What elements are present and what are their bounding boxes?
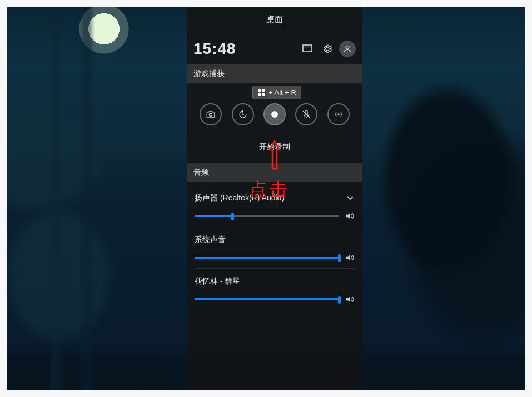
capture-header: 游戏捕获 <box>187 64 362 83</box>
tooltip-text: + Alt + R <box>269 88 296 97</box>
svg-point-2 <box>346 46 349 49</box>
mic-toggle-button[interactable] <box>295 103 317 125</box>
channel-volume-slider[interactable] <box>195 253 339 262</box>
device-volume-slider[interactable] <box>195 212 339 220</box>
audio-device-label: 扬声器 (Realtek(R) Audio) <box>195 193 346 203</box>
account-button[interactable] <box>339 41 356 57</box>
panel-title: 桌面 <box>193 7 356 32</box>
widgets-button[interactable] <box>299 41 316 57</box>
volume-icon <box>345 211 355 221</box>
svg-point-7 <box>337 113 339 115</box>
camera-icon <box>206 110 216 119</box>
user-icon <box>342 44 352 54</box>
volume-icon <box>345 253 355 263</box>
rewind-icon <box>238 109 248 119</box>
audio-header: 音频 <box>187 163 362 182</box>
record-last-button[interactable] <box>232 103 254 125</box>
broadcast-icon <box>334 109 344 119</box>
record-button[interactable] <box>263 103 286 125</box>
channel-volume-slider[interactable] <box>195 295 339 304</box>
audio-channel-group: 系统声音 <box>195 227 355 269</box>
channel-label: 褪忆林 - 群星 <box>195 277 355 287</box>
svg-rect-0 <box>303 45 312 52</box>
channel-label: 系统声音 <box>195 235 355 245</box>
time-row: 15:48 <box>187 32 362 64</box>
capture-body: + Alt + R <box>187 83 362 163</box>
svg-point-3 <box>210 113 212 116</box>
audio-body: 扬声器 (Realtek(R) Audio) <box>187 182 362 315</box>
mic-off-icon <box>301 109 311 119</box>
gamebar-panel: 桌面 15:48 游戏捕获 + Alt + R <box>187 7 362 390</box>
gear-icon <box>322 44 332 54</box>
audio-device-group: 扬声器 (Realtek(R) Audio) <box>195 185 355 227</box>
screenshot-button[interactable] <box>200 103 222 125</box>
clock: 15:48 <box>193 40 296 58</box>
audio-channel-group: 褪忆林 - 群星 <box>195 269 355 310</box>
svg-point-4 <box>242 114 243 115</box>
chevron-down-icon <box>346 194 355 203</box>
record-action-label: 开始录制 <box>187 131 362 159</box>
settings-button[interactable] <box>319 41 336 57</box>
record-shortcut-tooltip: + Alt + R <box>252 86 301 99</box>
record-dot-icon <box>271 111 278 118</box>
broadcast-button[interactable] <box>327 103 350 125</box>
window-icon <box>302 44 312 53</box>
windows-key-icon <box>257 89 265 97</box>
device-expand-button[interactable] <box>346 194 355 203</box>
volume-icon <box>345 294 355 304</box>
